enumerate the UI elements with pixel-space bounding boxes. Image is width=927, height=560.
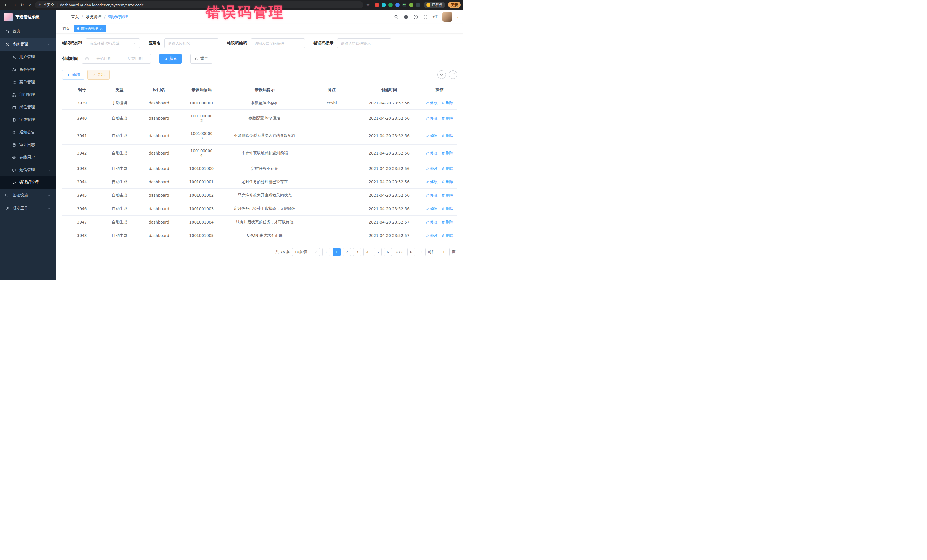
sidebar-toggle-icon[interactable] [61, 14, 67, 20]
reset-button[interactable]: 重置 [190, 54, 213, 64]
sidebar-item-system[interactable]: 系统管理 [0, 38, 56, 51]
tab-close-icon[interactable]: × [100, 27, 103, 31]
extension-dark-icon[interactable] [416, 3, 420, 7]
edit-link[interactable]: 修改 [426, 206, 438, 211]
update-button[interactable]: 更新 [448, 2, 460, 8]
pagination-more-button[interactable]: ••• [394, 248, 405, 256]
cell-app: dashboard [137, 202, 181, 216]
back-button[interactable]: ← [3, 3, 10, 7]
column-header: 类型 [102, 83, 137, 96]
paused-badge[interactable]: 已暂停 [424, 2, 445, 8]
topbar: 首页/系统管理/错误码管理 TT ▾ [56, 10, 464, 24]
app-logo[interactable]: 芋道管理系统 [0, 10, 56, 24]
cell-app: dashboard [137, 162, 181, 175]
search-button[interactable]: 搜索 [160, 54, 182, 64]
edit-icon [426, 234, 429, 237]
edit-link[interactable]: 修改 [426, 150, 438, 156]
tab-error-code[interactable]: 错误码管理× [74, 25, 106, 32]
forward-button[interactable]: → [11, 3, 18, 7]
delete-link[interactable]: 删除 [442, 220, 453, 225]
page-size-select[interactable]: 10条/页 [292, 248, 320, 256]
sidebar-item-departments[interactable]: 部门管理 [0, 88, 56, 101]
sidebar-item-dev-tools[interactable]: 研发工具 [0, 202, 56, 215]
table-row: 3947自动生成dashboard1001001004只有开启状态的任务，才可以… [62, 216, 457, 229]
page-button-5[interactable]: 5 [374, 248, 381, 256]
table-refresh-button[interactable] [449, 70, 457, 79]
search-icon[interactable] [394, 15, 399, 20]
add-button[interactable]: 新增 [62, 70, 84, 80]
sidebar-item-notices[interactable]: 通知公告 [0, 126, 56, 138]
browser-home-button[interactable]: ⌂ [27, 3, 33, 7]
extension-teal-icon[interactable] [381, 3, 386, 7]
log-icon [12, 143, 16, 147]
reload-button[interactable]: ↻ [19, 3, 26, 7]
edit-link[interactable]: 修改 [426, 133, 438, 138]
edit-link[interactable]: 修改 [426, 179, 438, 185]
edit-link[interactable]: 修改 [426, 116, 438, 121]
page-button-4[interactable]: 4 [363, 248, 371, 256]
bookmark-star-icon[interactable]: ☆ [365, 3, 371, 7]
table-search-button[interactable] [437, 70, 446, 79]
app-name-input[interactable] [164, 38, 219, 48]
fullscreen-icon[interactable] [423, 15, 428, 20]
delete-link[interactable]: 删除 [442, 100, 453, 106]
error-msg-input[interactable] [337, 38, 391, 48]
sidebar-item-sms[interactable]: 短信管理 [0, 164, 56, 176]
extension-leaf-icon[interactable] [409, 3, 413, 7]
font-size-icon[interactable]: TT [433, 15, 438, 19]
sidebar-item-menus[interactable]: 菜单管理 [0, 76, 56, 88]
cell-remark [307, 202, 357, 216]
sidebar-item-users[interactable]: 用户管理 [0, 51, 56, 63]
prev-page-button[interactable]: ‹ [322, 248, 330, 256]
sidebar-item-dicts[interactable]: 字典管理 [0, 114, 56, 126]
delete-link[interactable]: 删除 [442, 179, 453, 185]
table-header-row: 编号类型应用名错误码编码错误码提示备注创建时间操作 [62, 83, 457, 96]
edit-link[interactable]: 修改 [426, 193, 438, 198]
delete-link[interactable]: 删除 [442, 116, 453, 121]
sidebar-item-error-codes[interactable]: 错误码管理 [0, 176, 56, 189]
edit-link[interactable]: 修改 [426, 220, 438, 225]
delete-link[interactable]: 删除 [442, 166, 453, 171]
tab-home[interactable]: 首页 [60, 25, 73, 32]
goto-page-input[interactable] [438, 248, 450, 256]
page-button-6[interactable]: 6 [384, 248, 392, 256]
extension-red-icon[interactable] [375, 3, 379, 7]
delete-link[interactable]: 删除 [442, 150, 453, 156]
goto-label: 前往 [428, 249, 435, 255]
extension-green-icon[interactable] [389, 3, 393, 7]
breadcrumb-item[interactable]: 错误码管理 [108, 14, 128, 20]
export-button[interactable]: 导出 [87, 70, 109, 80]
sidebar-item-infrastructure[interactable]: 基础设施 [0, 189, 56, 202]
page-button-2[interactable]: 2 [343, 248, 351, 256]
page-button-3[interactable]: 3 [353, 248, 361, 256]
edit-link[interactable]: 修改 [426, 233, 438, 238]
column-header: 错误码提示 [222, 83, 307, 96]
delete-link[interactable]: 删除 [442, 133, 453, 138]
extension-on-icon[interactable]: on [402, 3, 406, 7]
error-code-input[interactable] [251, 38, 305, 48]
page-button-8[interactable]: 8 [407, 248, 415, 256]
browser-chrome: ← → ↻ ⌂ ⚠ 不安全 | dashboard.yudao.iocoder.… [0, 0, 464, 10]
help-icon[interactable] [413, 15, 418, 20]
delete-link[interactable]: 删除 [442, 233, 453, 238]
error-type-select[interactable]: 请选择错误码类型 [86, 38, 140, 48]
breadcrumb-item[interactable]: 系统管理 [85, 14, 102, 20]
page-button-1[interactable]: 1 [333, 248, 340, 256]
edit-link[interactable]: 修改 [426, 100, 438, 106]
sidebar-item-home[interactable]: 首页 [0, 24, 56, 38]
sidebar-item-positions[interactable]: 岗位管理 [0, 101, 56, 114]
next-page-button[interactable]: › [418, 248, 426, 256]
github-icon[interactable] [404, 15, 409, 20]
user-avatar[interactable] [442, 12, 452, 22]
breadcrumb-item[interactable]: 首页 [71, 14, 79, 20]
address-bar[interactable]: ⚠ 不安全 | dashboard.yudao.iocoder.cn/syste… [35, 2, 363, 8]
delete-link[interactable]: 删除 [442, 193, 453, 198]
delete-link[interactable]: 删除 [442, 206, 453, 211]
sidebar-item-online-users[interactable]: 在线用户 [0, 151, 56, 164]
extension-blue-icon[interactable] [395, 3, 400, 7]
cell-time: 2021-04-20 23:52:56 [357, 144, 422, 162]
date-range-picker[interactable]: 开始日期 - 结束日期 [82, 54, 151, 64]
edit-link[interactable]: 修改 [426, 166, 438, 171]
sidebar-item-roles[interactable]: 角色管理 [0, 63, 56, 76]
sidebar-item-audit-logs[interactable]: 审计日志 [0, 138, 56, 151]
